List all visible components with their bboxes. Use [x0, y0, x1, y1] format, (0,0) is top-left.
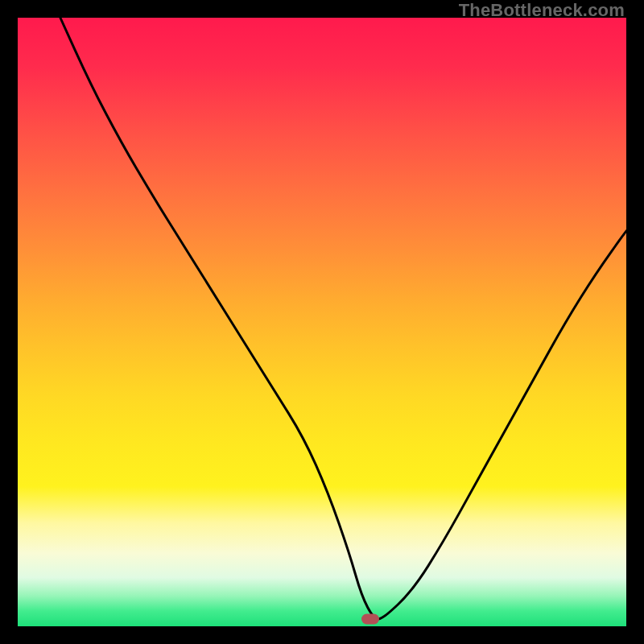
- optimal-point-marker: [361, 613, 379, 624]
- chart-container: TheBottleneck.com: [0, 0, 644, 644]
- plot-area: [18, 18, 626, 626]
- bottleneck-curve: [18, 18, 626, 626]
